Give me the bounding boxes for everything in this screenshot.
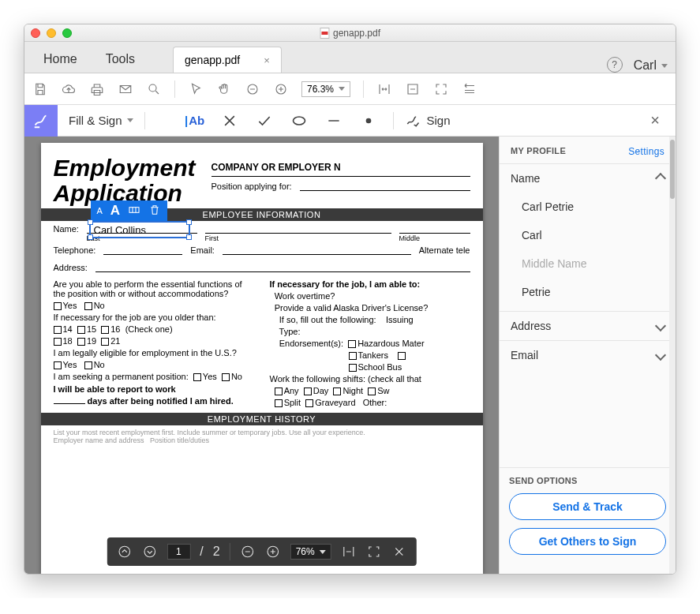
opt-any: Any [284,386,299,395]
text-tool[interactable]: |Ab [185,110,205,131]
q-age: If necessary for the job are you older t… [54,313,254,322]
opt-graveyard: Graveyard [315,398,355,407]
tab-home[interactable]: Home [29,44,92,73]
search-icon[interactable] [146,81,162,97]
r-overtime: Work overtime? [275,291,335,301]
opt-yes3: Yes [203,372,217,381]
accordion-name[interactable]: Name [500,164,676,193]
opt-sw: Sw [377,386,389,395]
scrollbar-thumb[interactable] [670,140,675,199]
zoom-select[interactable]: 76.3% [301,81,350,97]
position-label: Position applying for: [211,182,292,191]
text-annotation-toolbar: A A [91,200,168,221]
delete-annotation-icon[interactable] [148,204,161,219]
side-panel: MY PROFILE Settings Name Carl Petrie Car… [499,137,676,574]
file-tab[interactable]: genapp.pdf × [173,47,282,73]
x-mark-tool[interactable] [219,110,240,131]
circle-tool[interactable] [289,110,309,131]
help-button[interactable]: ? [607,57,623,73]
text-size-down-icon[interactable]: A [97,206,103,215]
page-up-button[interactable] [116,544,132,560]
save-icon[interactable] [32,81,48,97]
sign-dropdown[interactable]: Sign [394,113,462,129]
maximize-window-button[interactable] [62,28,72,38]
accordion-email[interactable]: Email [500,341,676,369]
hand-tool-icon[interactable] [216,81,232,97]
email-label: Email: [190,245,215,255]
fill-sign-dropdown[interactable]: Fill & Sign [58,114,144,127]
typed-text[interactable]: Carl Collins [91,223,189,237]
svg-point-3 [293,117,305,125]
fill-sign-tool-icon[interactable] [24,105,58,137]
accordion-name-label: Name [511,172,540,185]
fill-sign-tools: |Ab [185,110,379,131]
zoom-in-icon[interactable] [273,81,289,97]
profile-item-lastname[interactable]: Petrie [500,278,676,306]
chevron-down-icon [655,350,666,361]
r-shifts: Work the following shifts: (check all th… [270,374,470,384]
close-nav-bar-button[interactable] [391,544,407,560]
title-bar: genapp.pdf [24,24,676,42]
send-track-button[interactable]: Send & Track [509,493,666,520]
fullscreen-icon[interactable] [433,81,449,97]
svg-point-0 [149,84,156,92]
zoom-out-button[interactable] [240,544,256,560]
text-size-up-icon[interactable]: A [110,203,120,219]
close-fill-sign-button[interactable]: × [634,111,676,129]
text-annotation-box[interactable]: A A Carl Collins [89,221,190,238]
r-endorse: Endorsement(s): [279,339,343,348]
zoom-out-icon[interactable] [245,81,260,97]
opt-night: Night [343,386,363,395]
page-number-input[interactable] [167,544,190,560]
q-eligible: I am legally eligible for employment in … [54,348,254,358]
fit-width-button[interactable] [341,544,357,560]
settings-link[interactable]: Settings [628,146,664,157]
cloud-upload-icon[interactable] [61,81,77,97]
fit-page-icon[interactable] [405,81,421,97]
user-menu[interactable]: Carl [634,58,668,73]
caret-down-icon [661,64,668,68]
pointer-icon[interactable] [188,81,204,97]
accordion-address[interactable]: Address [500,312,676,340]
opt-yes2: Yes [63,360,77,369]
scrollbar[interactable] [669,137,676,574]
r-fillout: If so, fill out the following: [279,315,376,324]
fit-page-button[interactable] [366,544,382,560]
dot-tool[interactable] [358,110,379,131]
check-one: (Check one) [125,324,173,334]
close-tab-icon[interactable]: × [264,54,270,66]
get-others-sign-button[interactable]: Get Others to Sign [509,528,666,555]
page-down-button[interactable] [141,544,157,560]
profile-item-fullname[interactable]: Carl Petrie [500,193,676,221]
caret-down-icon [127,118,133,122]
mail-icon[interactable] [118,81,133,97]
comb-field-icon[interactable] [128,204,140,219]
tel-label: Telephone: [54,245,96,255]
window-title: genapp.pdf [320,28,380,39]
doc-title-1: Employment [54,155,196,181]
fit-width-icon[interactable] [376,81,392,97]
zoom-select-bottom[interactable]: 76% [290,544,331,560]
page-sep: / [200,545,203,559]
opt-split: Split [284,398,301,407]
profile-item-firstname[interactable]: Carl [500,221,676,249]
document-pane[interactable]: Employment Application COMPANY OR EMPLOY… [24,137,499,574]
zoom-value: 76.3% [307,84,334,95]
tab-tools[interactable]: Tools [92,44,149,73]
view-options-icon[interactable] [462,81,477,97]
q-accommodations: Are you able to perform the essential fu… [54,279,254,298]
checkmark-tool[interactable] [254,110,275,131]
opt-hazmat: Hazardous Mater [357,339,424,348]
send-options-heading: SEND OPTIONS [509,476,666,485]
close-window-button[interactable] [31,28,40,38]
minimize-window-button[interactable] [47,28,56,38]
separator [144,112,145,129]
chevron-down-icon [655,320,666,331]
alt-tel-label: Alternate tele [419,245,470,255]
profile-item-middlename[interactable]: Middle Name [500,249,676,278]
zoom-in-button[interactable] [265,544,281,560]
print-icon[interactable] [89,81,105,97]
accordion-email-label: Email [511,349,538,361]
line-tool[interactable] [324,110,344,131]
page-total: 2 [213,545,220,559]
